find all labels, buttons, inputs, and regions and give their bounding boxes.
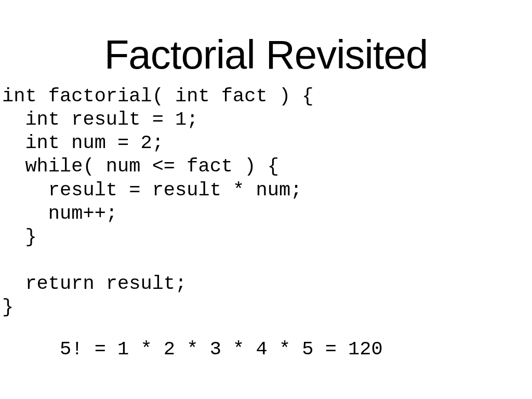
example-line: 5! = 1 * 2 * 3 * 4 * 5 = 120: [0, 338, 532, 361]
slide-title: Factorial Revisited: [0, 31, 532, 78]
slide-container: Factorial Revisited int factorial( int f…: [0, 0, 532, 399]
code-block: int factorial( int fact ) { int result =…: [0, 85, 532, 319]
